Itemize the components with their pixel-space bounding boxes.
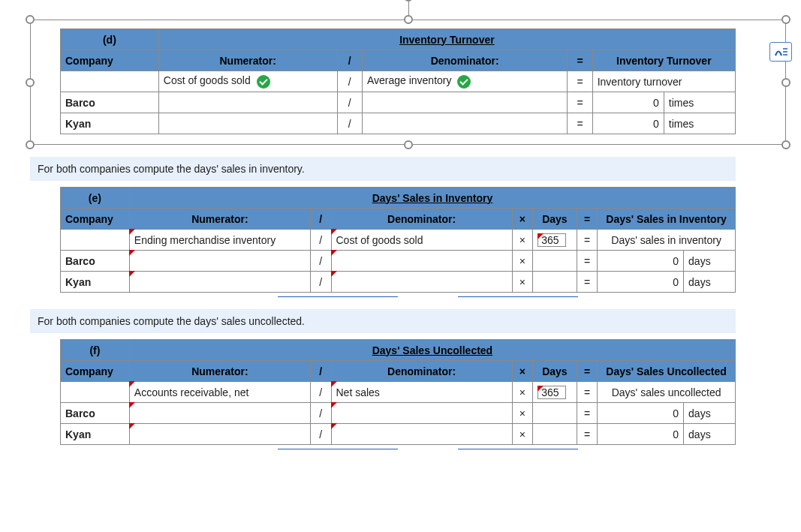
table-row: Cost of goods sold / Average inventory =… [61, 71, 736, 92]
instruction-text: For both companies compute the days' sal… [30, 309, 736, 333]
resize-handle[interactable] [404, 140, 413, 149]
check-icon [457, 75, 471, 89]
col-slash: / [310, 209, 331, 230]
result-unit: days [684, 424, 736, 445]
table-row: Barco / × = 0 days [61, 403, 736, 424]
denominator-input[interactable] [331, 251, 512, 272]
denominator-input[interactable] [362, 92, 568, 113]
col-eq: = [568, 50, 592, 71]
table-title: Days' Sales in Inventory [129, 188, 735, 209]
rotate-handle[interactable] [404, 0, 413, 2]
table-row: Kyan / × = 0 days [61, 272, 736, 293]
resize-handle[interactable] [781, 140, 790, 149]
resize-handle[interactable] [26, 78, 35, 87]
frame-edge [30, 87, 31, 141]
table-row: Accounts receivable, net / Net sales × 3… [61, 382, 736, 403]
result-value: 0 [598, 424, 684, 445]
numerator-input[interactable] [158, 113, 337, 134]
days-input[interactable] [533, 403, 577, 424]
denominator-input[interactable] [362, 113, 568, 134]
result-value: 0 [592, 92, 664, 113]
table-row: Kyan / = 0 times [61, 113, 736, 134]
table-title: Inventory Turnover [158, 29, 735, 50]
company: Barco [61, 251, 130, 272]
col-eq: = [577, 209, 598, 230]
decorative-underline [30, 445, 706, 449]
result-unit: days [684, 272, 736, 293]
days-input[interactable] [533, 251, 577, 272]
company: Barco [61, 92, 159, 113]
frame-edge [35, 20, 404, 20]
resize-handle[interactable] [404, 15, 413, 24]
col-result: Days' Sales in Inventory [598, 209, 736, 230]
company: Kyan [61, 424, 130, 445]
frame-edge [413, 20, 782, 20]
col-denominator: Denominator: [362, 50, 568, 71]
resize-handle[interactable] [781, 78, 790, 87]
col-result: Days' Sales Uncollected [598, 361, 736, 382]
result-unit: days [684, 403, 736, 424]
denominator-input[interactable] [331, 403, 512, 424]
numerator-input[interactable] [158, 92, 337, 113]
result-unit: times [664, 92, 735, 113]
days-value[interactable]: 365 [533, 382, 577, 403]
frame-connector [408, 0, 409, 15]
frame-edge [35, 144, 404, 145]
result-value: 0 [592, 113, 664, 134]
resize-handle[interactable] [26, 140, 35, 149]
company: Barco [61, 403, 130, 424]
company: Kyan [61, 272, 130, 293]
table-f: (f) Days' Sales Uncollected Company Nume… [60, 339, 736, 445]
text-style-icon [773, 46, 788, 58]
table-title: Days' Sales Uncollected [129, 340, 735, 361]
numerator-input[interactable] [129, 424, 310, 445]
numerator-select[interactable]: Accounts receivable, net [129, 382, 310, 403]
col-slash: / [310, 361, 331, 382]
col-numerator: Numerator: [129, 209, 310, 230]
result-value: 0 [598, 403, 684, 424]
frame-edge [785, 87, 786, 141]
numerator-input[interactable] [129, 272, 310, 293]
col-x: × [512, 361, 533, 382]
col-days: Days [533, 209, 577, 230]
resize-handle[interactable] [26, 15, 35, 24]
decorative-underline [30, 293, 706, 297]
company: Kyan [61, 113, 159, 134]
denominator-select[interactable]: Average inventory [362, 71, 568, 92]
table-row: Barco / × = 0 days [61, 251, 736, 272]
result-value: 0 [598, 251, 684, 272]
table-row: Barco / = 0 times [61, 92, 736, 113]
table-row: Ending merchandise inventory / Cost of g… [61, 230, 736, 251]
col-company: Company [61, 50, 159, 71]
denominator-select[interactable]: Cost of goods sold [331, 230, 512, 251]
numerator-select[interactable]: Cost of goods sold [158, 71, 337, 92]
tag: (d) [61, 29, 159, 50]
frame-edge [413, 144, 782, 145]
col-denominator: Denominator: [331, 361, 512, 382]
numerator-select[interactable]: Ending merchandise inventory [129, 230, 310, 251]
resize-handle[interactable] [781, 15, 790, 24]
tag: (e) [61, 188, 130, 209]
numerator-input[interactable] [129, 403, 310, 424]
days-input[interactable] [533, 424, 577, 445]
check-icon [257, 75, 270, 89]
days-value[interactable]: 365 [533, 230, 577, 251]
denominator-input[interactable] [331, 424, 512, 445]
format-options-button[interactable] [769, 42, 792, 62]
numerator-input[interactable] [129, 251, 310, 272]
result-unit: days [684, 251, 736, 272]
col-x: × [512, 209, 533, 230]
result-unit: times [664, 113, 735, 134]
col-result: Inventory Turnover [592, 50, 735, 71]
result-label: Inventory turnover [592, 71, 735, 92]
col-numerator: Numerator: [129, 361, 310, 382]
denominator-input[interactable] [331, 272, 512, 293]
col-eq: = [577, 361, 598, 382]
col-days: Days [533, 361, 577, 382]
days-input[interactable] [533, 272, 577, 293]
col-numerator: Numerator: [158, 50, 337, 71]
selected-object-frame[interactable]: (d) Inventory Turnover Company Numerator… [30, 20, 786, 145]
result-value: 0 [598, 272, 684, 293]
result-label: Days' sales in inventory [598, 230, 736, 251]
denominator-select[interactable]: Net sales [331, 382, 512, 403]
